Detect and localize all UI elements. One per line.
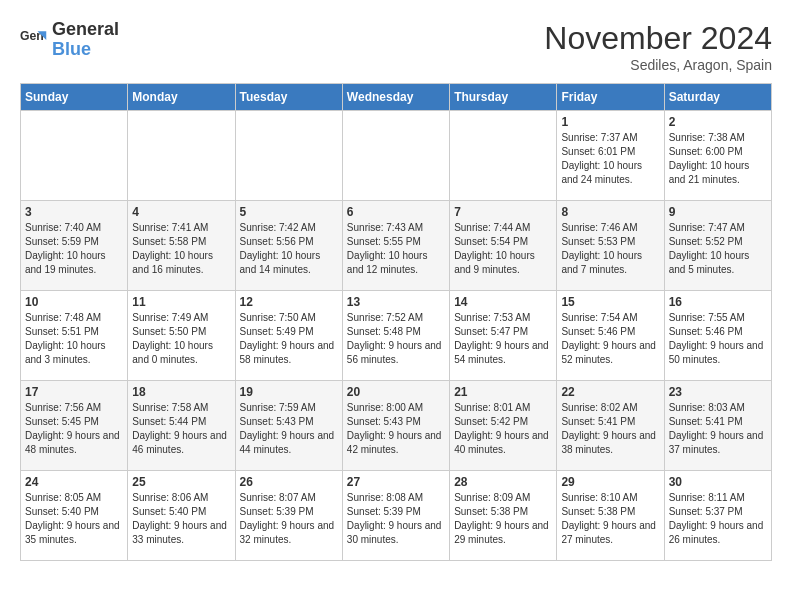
calendar-cell: 20Sunrise: 8:00 AM Sunset: 5:43 PM Dayli… [342,381,449,471]
calendar-cell: 17Sunrise: 7:56 AM Sunset: 5:45 PM Dayli… [21,381,128,471]
day-number: 19 [240,385,338,399]
day-info: Sunrise: 7:56 AM Sunset: 5:45 PM Dayligh… [25,401,123,457]
logo-icon: Gen [20,26,48,54]
day-number: 28 [454,475,552,489]
day-number: 8 [561,205,659,219]
day-number: 5 [240,205,338,219]
day-info: Sunrise: 7:46 AM Sunset: 5:53 PM Dayligh… [561,221,659,277]
calendar-week-row: 3Sunrise: 7:40 AM Sunset: 5:59 PM Daylig… [21,201,772,291]
weekday-header-friday: Friday [557,84,664,111]
day-number: 4 [132,205,230,219]
calendar-cell [342,111,449,201]
calendar-cell: 11Sunrise: 7:49 AM Sunset: 5:50 PM Dayli… [128,291,235,381]
calendar-cell [128,111,235,201]
calendar-cell: 14Sunrise: 7:53 AM Sunset: 5:47 PM Dayli… [450,291,557,381]
calendar-cell: 30Sunrise: 8:11 AM Sunset: 5:37 PM Dayli… [664,471,771,561]
title-block: November 2024 Sediles, Aragon, Spain [544,20,772,73]
day-info: Sunrise: 7:52 AM Sunset: 5:48 PM Dayligh… [347,311,445,367]
day-info: Sunrise: 7:40 AM Sunset: 5:59 PM Dayligh… [25,221,123,277]
calendar-cell: 8Sunrise: 7:46 AM Sunset: 5:53 PM Daylig… [557,201,664,291]
logo: Gen General Blue [20,20,119,60]
calendar-cell: 23Sunrise: 8:03 AM Sunset: 5:41 PM Dayli… [664,381,771,471]
day-number: 27 [347,475,445,489]
weekday-header-tuesday: Tuesday [235,84,342,111]
calendar-table: SundayMondayTuesdayWednesdayThursdayFrid… [20,83,772,561]
calendar-cell: 28Sunrise: 8:09 AM Sunset: 5:38 PM Dayli… [450,471,557,561]
page-header: Gen General Blue November 2024 Sediles, … [20,20,772,73]
calendar-cell: 6Sunrise: 7:43 AM Sunset: 5:55 PM Daylig… [342,201,449,291]
logo-text: General Blue [52,20,119,60]
day-info: Sunrise: 8:02 AM Sunset: 5:41 PM Dayligh… [561,401,659,457]
day-info: Sunrise: 7:37 AM Sunset: 6:01 PM Dayligh… [561,131,659,187]
day-info: Sunrise: 7:54 AM Sunset: 5:46 PM Dayligh… [561,311,659,367]
calendar-week-row: 10Sunrise: 7:48 AM Sunset: 5:51 PM Dayli… [21,291,772,381]
day-number: 13 [347,295,445,309]
day-info: Sunrise: 7:59 AM Sunset: 5:43 PM Dayligh… [240,401,338,457]
day-info: Sunrise: 8:01 AM Sunset: 5:42 PM Dayligh… [454,401,552,457]
weekday-header-sunday: Sunday [21,84,128,111]
day-number: 7 [454,205,552,219]
calendar-cell: 19Sunrise: 7:59 AM Sunset: 5:43 PM Dayli… [235,381,342,471]
calendar-cell: 27Sunrise: 8:08 AM Sunset: 5:39 PM Dayli… [342,471,449,561]
day-info: Sunrise: 7:44 AM Sunset: 5:54 PM Dayligh… [454,221,552,277]
day-number: 17 [25,385,123,399]
day-number: 30 [669,475,767,489]
day-number: 10 [25,295,123,309]
day-number: 11 [132,295,230,309]
weekday-header-monday: Monday [128,84,235,111]
calendar-cell: 16Sunrise: 7:55 AM Sunset: 5:46 PM Dayli… [664,291,771,381]
day-info: Sunrise: 7:53 AM Sunset: 5:47 PM Dayligh… [454,311,552,367]
day-info: Sunrise: 8:11 AM Sunset: 5:37 PM Dayligh… [669,491,767,547]
calendar-cell: 21Sunrise: 8:01 AM Sunset: 5:42 PM Dayli… [450,381,557,471]
day-info: Sunrise: 7:55 AM Sunset: 5:46 PM Dayligh… [669,311,767,367]
day-number: 25 [132,475,230,489]
day-info: Sunrise: 7:49 AM Sunset: 5:50 PM Dayligh… [132,311,230,367]
day-number: 6 [347,205,445,219]
day-info: Sunrise: 8:09 AM Sunset: 5:38 PM Dayligh… [454,491,552,547]
day-info: Sunrise: 7:48 AM Sunset: 5:51 PM Dayligh… [25,311,123,367]
calendar-cell [21,111,128,201]
day-info: Sunrise: 7:42 AM Sunset: 5:56 PM Dayligh… [240,221,338,277]
calendar-cell: 3Sunrise: 7:40 AM Sunset: 5:59 PM Daylig… [21,201,128,291]
calendar-week-row: 1Sunrise: 7:37 AM Sunset: 6:01 PM Daylig… [21,111,772,201]
weekday-header-wednesday: Wednesday [342,84,449,111]
calendar-week-row: 24Sunrise: 8:05 AM Sunset: 5:40 PM Dayli… [21,471,772,561]
calendar-cell: 10Sunrise: 7:48 AM Sunset: 5:51 PM Dayli… [21,291,128,381]
day-number: 12 [240,295,338,309]
day-number: 9 [669,205,767,219]
day-number: 26 [240,475,338,489]
calendar-cell: 13Sunrise: 7:52 AM Sunset: 5:48 PM Dayli… [342,291,449,381]
day-info: Sunrise: 7:58 AM Sunset: 5:44 PM Dayligh… [132,401,230,457]
calendar-cell: 26Sunrise: 8:07 AM Sunset: 5:39 PM Dayli… [235,471,342,561]
calendar-cell: 15Sunrise: 7:54 AM Sunset: 5:46 PM Dayli… [557,291,664,381]
day-info: Sunrise: 7:47 AM Sunset: 5:52 PM Dayligh… [669,221,767,277]
calendar-cell: 12Sunrise: 7:50 AM Sunset: 5:49 PM Dayli… [235,291,342,381]
day-number: 29 [561,475,659,489]
calendar-cell: 18Sunrise: 7:58 AM Sunset: 5:44 PM Dayli… [128,381,235,471]
day-number: 20 [347,385,445,399]
weekday-header-saturday: Saturday [664,84,771,111]
day-number: 21 [454,385,552,399]
day-number: 16 [669,295,767,309]
weekday-header-thursday: Thursday [450,84,557,111]
svg-text:Gen: Gen [20,29,44,43]
day-info: Sunrise: 8:08 AM Sunset: 5:39 PM Dayligh… [347,491,445,547]
day-info: Sunrise: 8:10 AM Sunset: 5:38 PM Dayligh… [561,491,659,547]
day-info: Sunrise: 8:00 AM Sunset: 5:43 PM Dayligh… [347,401,445,457]
day-number: 1 [561,115,659,129]
calendar-cell: 29Sunrise: 8:10 AM Sunset: 5:38 PM Dayli… [557,471,664,561]
day-number: 22 [561,385,659,399]
calendar-cell: 1Sunrise: 7:37 AM Sunset: 6:01 PM Daylig… [557,111,664,201]
day-number: 14 [454,295,552,309]
day-number: 18 [132,385,230,399]
day-info: Sunrise: 8:07 AM Sunset: 5:39 PM Dayligh… [240,491,338,547]
calendar-cell [235,111,342,201]
weekday-header-row: SundayMondayTuesdayWednesdayThursdayFrid… [21,84,772,111]
day-info: Sunrise: 7:43 AM Sunset: 5:55 PM Dayligh… [347,221,445,277]
calendar-cell: 22Sunrise: 8:02 AM Sunset: 5:41 PM Dayli… [557,381,664,471]
calendar-cell: 5Sunrise: 7:42 AM Sunset: 5:56 PM Daylig… [235,201,342,291]
month-title: November 2024 [544,20,772,57]
location-subtitle: Sediles, Aragon, Spain [544,57,772,73]
day-info: Sunrise: 8:06 AM Sunset: 5:40 PM Dayligh… [132,491,230,547]
day-number: 3 [25,205,123,219]
